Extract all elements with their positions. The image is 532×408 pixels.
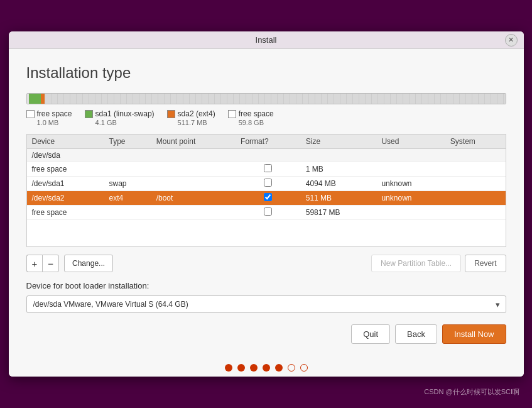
- cell-system: [445, 191, 506, 206]
- boot-loader-select[interactable]: /dev/sda VMware, VMware Virtual S (64.4 …: [26, 295, 506, 313]
- change-button[interactable]: Change...: [64, 255, 113, 272]
- legend-color-free2: [228, 110, 236, 118]
- format-checkbox[interactable]: [264, 179, 272, 187]
- dot-7: [300, 364, 308, 372]
- remove-partition-button[interactable]: −: [42, 255, 59, 272]
- partition-toolbar: + − Change... New Partition Table... Rev…: [26, 255, 506, 272]
- bar-sda1: [29, 94, 41, 104]
- col-system: System: [445, 135, 506, 149]
- cell-device: free space: [27, 206, 104, 220]
- cell-mount: [151, 206, 236, 220]
- bottom-bar: Quit Back Install Now: [26, 324, 506, 344]
- cell-size: 59817 MB: [301, 206, 377, 220]
- group-sda: /dev/sda: [27, 149, 506, 162]
- legend-label-sda1: sda1 (linux-swap): [95, 109, 155, 118]
- dot-4: [263, 364, 270, 372]
- install-window: Install ✕ Installation type free space: [9, 31, 524, 377]
- dot-2: [237, 364, 245, 372]
- col-used: Used: [376, 135, 445, 149]
- legend-free2: free space 59.8 GB: [228, 109, 274, 126]
- main-content: Installation type free space 1.0 MB: [9, 49, 524, 354]
- table-header: Device Type Mount point Format? Size Use…: [27, 135, 506, 149]
- partition-legend: free space 1.0 MB sda1 (linux-swap) 4.1 …: [26, 109, 506, 126]
- revert-button[interactable]: Revert: [465, 255, 506, 272]
- boot-loader-label: Device for boot loader installation:: [26, 281, 506, 290]
- titlebar: Install ✕: [9, 31, 524, 49]
- table-row[interactable]: free space 59817 MB: [27, 206, 506, 220]
- legend-size-sda1: 4.1 GB: [95, 119, 155, 126]
- col-device: Device: [27, 135, 104, 149]
- group-label-sda: /dev/sda: [27, 149, 506, 162]
- cell-type: ext4: [104, 191, 151, 206]
- partition-bar: [26, 93, 506, 104]
- partition-table: Device Type Mount point Format? Size Use…: [27, 135, 506, 220]
- cell-size: 511 MB: [301, 191, 377, 206]
- dot-3: [250, 364, 258, 372]
- col-format: Format?: [236, 135, 301, 149]
- cell-mount: [151, 177, 236, 191]
- format-checkbox[interactable]: [264, 207, 272, 216]
- cell-system: [445, 162, 506, 177]
- cell-system: [445, 177, 506, 191]
- bar-free2: [45, 94, 505, 104]
- col-size: Size: [301, 135, 377, 149]
- cell-system: [445, 206, 506, 220]
- cell-used: unknown: [376, 191, 445, 206]
- cell-device: /dev/sda2: [27, 191, 104, 206]
- quit-button[interactable]: Quit: [351, 324, 390, 344]
- cell-used: unknown: [376, 177, 445, 191]
- page-title: Installation type: [26, 64, 506, 82]
- cell-mount: /boot: [151, 191, 236, 206]
- cell-size: 4094 MB: [301, 177, 377, 191]
- table-row[interactable]: free space 1 MB: [27, 162, 506, 177]
- legend-color-sda2: [167, 110, 175, 118]
- dot-5: [275, 364, 283, 372]
- legend-sda2: sda2 (ext4) 511.7 MB: [167, 109, 215, 126]
- cell-format: [236, 177, 301, 191]
- cell-mount: [151, 162, 236, 177]
- cell-type: [104, 162, 151, 177]
- legend-label-free1: free space: [37, 109, 72, 118]
- dot-1: [225, 364, 232, 372]
- legend-label-free2: free space: [239, 109, 274, 118]
- col-type: Type: [104, 135, 151, 149]
- legend-size-free2: 59.8 GB: [239, 119, 274, 126]
- toolbar-right: New Partition Table... Revert: [371, 255, 506, 272]
- new-partition-table-button[interactable]: New Partition Table...: [371, 255, 461, 272]
- cell-format: [236, 206, 301, 220]
- close-button[interactable]: ✕: [505, 34, 518, 47]
- legend-color-free1: [26, 110, 35, 118]
- cell-format: [236, 162, 301, 177]
- add-partition-button[interactable]: +: [26, 255, 43, 272]
- back-button[interactable]: Back: [395, 324, 437, 344]
- cell-used: [376, 162, 445, 177]
- format-checkbox[interactable]: [264, 193, 272, 201]
- install-now-button[interactable]: Install Now: [442, 324, 506, 344]
- watermark: CSDN @什么时候可以发SCI啊: [424, 387, 519, 397]
- toolbar-left: + − Change...: [26, 255, 114, 272]
- table-body: /dev/sda free space 1 MB: [27, 149, 506, 220]
- col-mount: Mount point: [151, 135, 236, 149]
- legend-color-sda1: [85, 110, 93, 118]
- legend-size-sda2: 511.7 MB: [178, 119, 215, 126]
- cell-device: /dev/sda1: [27, 177, 104, 191]
- cell-size: 1 MB: [301, 162, 377, 177]
- progress-dots: [9, 354, 524, 377]
- window-title: Install: [256, 35, 277, 45]
- table-row-selected[interactable]: /dev/sda2 ext4 /boot 511 MB unknown: [27, 191, 506, 206]
- cell-type: swap: [104, 177, 151, 191]
- cell-format: [236, 191, 301, 206]
- dot-6: [288, 364, 295, 372]
- partition-table-wrapper: Device Type Mount point Format? Size Use…: [26, 134, 506, 247]
- table-row[interactable]: /dev/sda1 swap 4094 MB unknown: [27, 177, 506, 191]
- boot-loader-select-wrapper: /dev/sda VMware, VMware Virtual S (64.4 …: [26, 295, 506, 313]
- cell-device: free space: [27, 162, 104, 177]
- legend-size-free1: 1.0 MB: [37, 119, 72, 126]
- legend-label-sda2: sda2 (ext4): [178, 109, 215, 118]
- legend-sda1: sda1 (linux-swap) 4.1 GB: [85, 109, 155, 126]
- cell-used: [376, 206, 445, 220]
- format-checkbox[interactable]: [264, 164, 272, 172]
- legend-free1: free space 1.0 MB: [26, 109, 72, 126]
- cell-type: [104, 206, 151, 220]
